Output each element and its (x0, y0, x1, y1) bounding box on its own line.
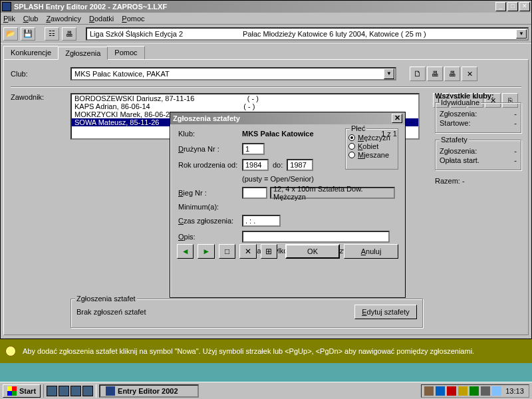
ok-button[interactable]: OK (285, 244, 340, 259)
plec-label: Płeć (350, 124, 366, 132)
maximize-button[interactable]: □ (507, 2, 518, 11)
opis-label: Opis: (178, 233, 242, 241)
rok-note: (pusty = Open/Senior) (242, 175, 314, 183)
hint-bar: Aby dodać zgłoszenia sztafet kliknij na … (0, 339, 532, 363)
radio-mixed[interactable]: Mjeszane (348, 151, 395, 159)
lightbulb-icon (5, 346, 16, 356)
club-combo[interactable]: MKS Pałac Katowice, PAKAT ▼ (70, 67, 396, 80)
tray-icon[interactable] (436, 386, 445, 396)
tool-btn-3[interactable]: ☷ (45, 27, 59, 41)
tab-konkurencje[interactable]: Konkurencje (3, 46, 59, 59)
event-combo[interactable]: Liga Szkół Śląskich Edycja 2 Pałac Młodz… (86, 27, 529, 41)
group-relay: Sztafety Zgłoszenia:- Opłata start.- (435, 140, 521, 170)
menu-pomoc[interactable]: Pomoc (122, 15, 144, 23)
minimize-button[interactable]: _ (495, 2, 506, 11)
save-icon[interactable] (21, 27, 35, 41)
next-button[interactable] (198, 244, 214, 259)
menu-zawodnicy[interactable]: Zawodnicy (46, 15, 81, 23)
dialog-buttons: OK Anuluj (177, 244, 398, 259)
czas-label: Czas zgłoszenia: (178, 217, 242, 225)
tab-strip: Konkurencje Zgłoszenia Pomoc (1, 43, 531, 59)
club-row: Club: MKS Pałac Katowice, PAKAT ▼ (11, 66, 521, 81)
group-relay-label: Sztafety (440, 136, 469, 144)
rok-to-input[interactable]: 1987 (287, 159, 313, 171)
czas-input[interactable]: . : . (242, 215, 281, 227)
ql-icon[interactable] (47, 386, 57, 396)
cancel-button[interactable]: Anuluj (344, 244, 398, 259)
chevron-down-icon[interactable]: ▼ (516, 29, 527, 39)
app-icon (106, 386, 115, 396)
open-icon[interactable] (3, 27, 18, 41)
print-icon[interactable] (62, 27, 76, 41)
tray-icon[interactable] (447, 386, 456, 396)
bieg-label: Bieg Nr : (178, 189, 242, 197)
taskbar-app-button[interactable]: Entry Editor 2002 (99, 384, 199, 398)
dialog-title: Zgłoszenia sztafety (173, 114, 392, 122)
new-button[interactable] (219, 244, 235, 259)
print2-icon[interactable] (444, 66, 460, 81)
radio-icon (348, 134, 355, 141)
group-individual: Idywidualne Zgłoszenia:- Startowe:- (435, 102, 521, 133)
relay-entry-dialog: Zgłoszenia sztafety ✕ Klub: MKS Pałac Ka… (170, 112, 406, 298)
list-item[interactable]: KAPS Adrian, 86-06-14 ( - ) (72, 102, 418, 110)
club-label: Club: (11, 70, 70, 78)
razem-row: Razem: - (435, 177, 521, 185)
radio-male[interactable]: Mężczyzn (348, 134, 395, 142)
menu-plik[interactable]: Plik (3, 15, 15, 23)
ql-icon[interactable] (70, 386, 81, 396)
prev-button[interactable] (177, 244, 194, 259)
rok-from-input[interactable]: 1984 (242, 159, 269, 171)
menubar: Plik Club Zawodnicy Dodatki Pomoc (1, 13, 531, 25)
tray-icon[interactable] (424, 386, 434, 396)
radio-female[interactable]: Kobiet (348, 142, 395, 150)
tab-zgloszenia[interactable]: Zgłoszenia (58, 47, 108, 60)
klub-value: MKS Pałac Katowice (242, 130, 314, 138)
list-item[interactable]: BORDOSZEWSKI Dariusz, 87-11-16 ( - ) (72, 94, 418, 102)
windows-logo-icon (7, 386, 17, 396)
tray-icon[interactable] (481, 386, 490, 396)
bieg-num-input[interactable] (242, 187, 267, 199)
opis-input[interactable] (242, 231, 390, 243)
titlebar: SPLASH Entry Editor 2002 - ZAPROS~1.LXF … (1, 1, 531, 13)
start-button[interactable]: Start (3, 384, 41, 398)
hint-text: Aby dodać zgłoszenia sztafet kliknij na … (23, 347, 474, 355)
event-combo-right: Pałac Młodzieży Katowice 6 luty 2004, Ka… (243, 30, 426, 38)
clock[interactable]: 13:13 (503, 387, 526, 395)
tab-pomoc[interactable]: Pomoc (107, 46, 144, 59)
title-text: SPLASH Entry Editor 2002 - ZAPROS~1.LXF (14, 3, 495, 11)
relay-entries-text: Brak zgłoszeń sztafet (76, 308, 146, 316)
delete-icon[interactable] (462, 66, 477, 81)
druzyna-label: Drużyna Nr : (178, 145, 242, 153)
tray-icon[interactable] (458, 386, 467, 396)
ql-icon[interactable] (59, 386, 69, 396)
chevron-down-icon[interactable]: ▼ (384, 68, 394, 79)
tray-icon[interactable] (492, 386, 501, 396)
grid-button[interactable] (261, 244, 277, 259)
delete-button[interactable] (239, 244, 256, 259)
new-icon[interactable] (410, 66, 426, 81)
print-icon[interactable] (427, 66, 443, 81)
club-value: MKS Pałac Katowice, PAKAT (74, 70, 170, 78)
system-tray: 13:13 (421, 384, 529, 398)
relay-entries-group: Zgłoszenia sztafet Brak zgłoszeń sztafet… (70, 299, 423, 328)
rok-label: Rok urodzenia od: (178, 161, 242, 169)
toolbar: ☷ Liga Szkół Śląskich Edycja 2 Pałac Mło… (1, 25, 531, 43)
tray-icon[interactable] (469, 386, 479, 396)
app-icon (2, 2, 11, 11)
event-combo-left: Liga Szkół Śląskich Edycja 2 (90, 30, 243, 38)
close-button[interactable]: ✕ (519, 2, 530, 11)
summary-panel: Wszystkie kluby: Idywidualne Zgłoszenia:… (435, 92, 521, 185)
bieg-desc[interactable]: 12, 4 x 100m Sztafeta Dow. Mężczyzn (270, 187, 395, 199)
menu-club[interactable]: Club (23, 15, 39, 23)
menu-dodatki[interactable]: Dodatki (89, 15, 114, 23)
druzyna-input[interactable]: 1 (242, 143, 265, 155)
close-icon[interactable]: ✕ (392, 114, 402, 123)
edit-relays-button[interactable]: Edytuj sztafety (354, 305, 417, 319)
dialog-titlebar[interactable]: Zgłoszenia sztafety ✕ (170, 112, 405, 124)
klub-label: Klub: (178, 130, 242, 138)
quick-launch (43, 384, 96, 398)
ql-icon[interactable] (82, 386, 93, 396)
club-actions (410, 66, 477, 81)
relay-entries-label: Zgłoszenia sztafet (75, 295, 137, 303)
radio-icon (348, 143, 355, 150)
